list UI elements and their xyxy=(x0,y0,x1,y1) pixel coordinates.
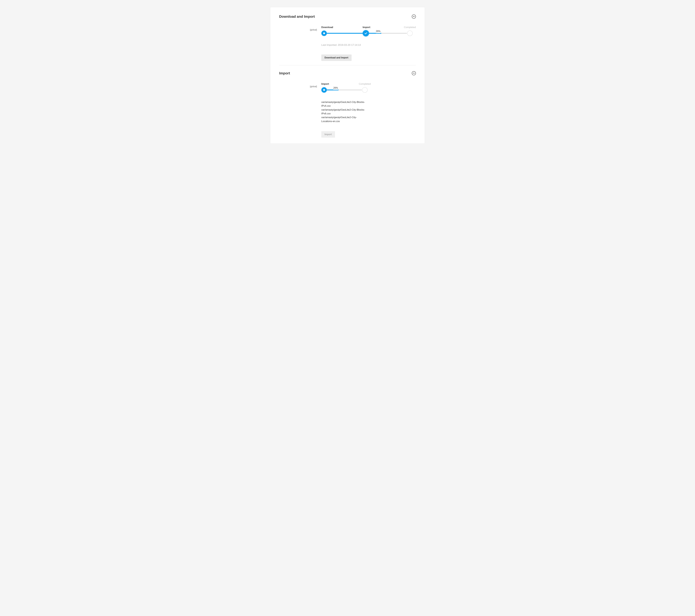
progress-percent: 26% xyxy=(333,87,338,90)
step-dot-start xyxy=(321,31,327,36)
file-path: var/amasty/geoip/GeoLite2-City-Locations… xyxy=(321,116,367,123)
last-imported-text: Last Imported: 2019-03-20 17:14:14 xyxy=(321,43,416,47)
chevron-up-icon xyxy=(413,16,415,17)
download-and-import-button[interactable]: Download and Import xyxy=(321,54,352,61)
step-dot-empty xyxy=(362,87,368,93)
step-dot-check xyxy=(362,30,369,36)
step-download: Download xyxy=(321,26,362,36)
import-button[interactable]: Import xyxy=(321,131,335,138)
progress-line xyxy=(324,33,366,34)
download-and-import-section: Download and Import [global] Download xyxy=(279,15,416,61)
content-column: Download Import 26% xyxy=(321,26,416,61)
section-header: Import xyxy=(279,71,416,75)
step-dot-empty xyxy=(407,31,413,36)
progress-stepper: Import 26% Completed xyxy=(321,83,371,93)
chevron-up-icon xyxy=(413,73,415,74)
file-path: var/amasty/geoip/GeoLite2-City-Blocks-IP… xyxy=(321,100,367,108)
collapse-toggle[interactable] xyxy=(412,71,416,75)
check-icon xyxy=(365,32,367,34)
scope-label: [global] xyxy=(279,26,321,31)
step-import: Import 26% xyxy=(321,83,359,93)
settings-card: Download and Import [global] Download xyxy=(270,7,425,143)
import-section: Import [global] Import 26% xyxy=(279,65,416,138)
step-completed: Completed xyxy=(359,83,371,93)
collapse-toggle[interactable] xyxy=(412,15,416,19)
progress-percent: 26% xyxy=(376,30,380,33)
section-title: Download and Import xyxy=(279,15,315,19)
step-label: Completed xyxy=(404,26,416,29)
step-label: Download xyxy=(321,26,362,29)
step-completed: Completed xyxy=(404,26,416,36)
section-header: Download and Import xyxy=(279,15,416,19)
stepper-row: [global] Import 26% xyxy=(279,83,416,138)
step-label: Import xyxy=(321,83,359,85)
step-import: Import 26% xyxy=(362,26,404,36)
step-dot-start xyxy=(321,87,327,93)
step-label: Completed xyxy=(359,83,371,85)
stepper-row: [global] Download Import xyxy=(279,26,416,61)
progress-stepper: Download Import 26% xyxy=(321,26,416,36)
file-path: var/amasty/geoip/GeoLite2-City-Blocks-IP… xyxy=(321,108,367,116)
import-file-list: var/amasty/geoip/GeoLite2-City-Blocks-IP… xyxy=(321,100,367,123)
section-title: Import xyxy=(279,71,290,75)
step-label: Import xyxy=(362,26,404,29)
scope-label: [global] xyxy=(279,83,321,88)
content-column: Import 26% Completed xyxy=(321,83,371,138)
